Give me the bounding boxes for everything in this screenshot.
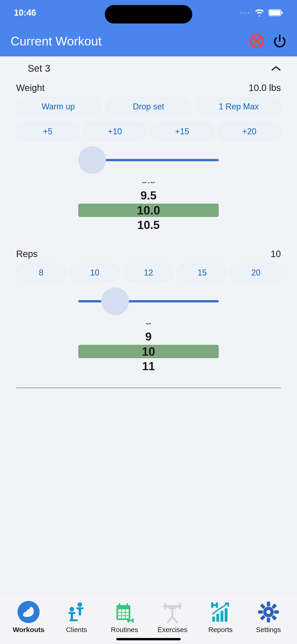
svg-rect-49 xyxy=(260,615,266,620)
svg-point-12 xyxy=(70,607,74,612)
clients-icon xyxy=(65,600,88,624)
svg-rect-2 xyxy=(282,12,283,14)
tab-workouts[interactable]: Workouts xyxy=(4,600,52,632)
plus15-pill[interactable]: +15 xyxy=(150,122,214,140)
picker-item[interactable]: 10.5 xyxy=(78,219,219,231)
reps-value: 10 xyxy=(271,249,281,259)
content: Set 3 Weight 10.0 lbs Warm up Drop set 1… xyxy=(0,56,297,388)
picker-item[interactable]: 9.5 xyxy=(78,189,219,202)
battery-icon xyxy=(268,9,283,16)
warmup-pill[interactable]: Warm up xyxy=(16,98,100,116)
weight-value: 10.0 lbs xyxy=(249,83,281,93)
set-title: Set 3 xyxy=(28,63,50,74)
settings-icon xyxy=(257,600,280,624)
slider-track xyxy=(78,300,219,302)
onerepmax-pill[interactable]: 1 Rep Max xyxy=(196,98,281,116)
tab-label: Reports xyxy=(208,626,232,634)
status-dots: ●●●● xyxy=(240,11,250,14)
reps-15-pill[interactable]: 15 xyxy=(177,264,227,282)
svg-rect-46 xyxy=(258,610,263,614)
cancel-icon[interactable] xyxy=(250,34,264,48)
svg-rect-47 xyxy=(274,610,279,614)
wifi-icon xyxy=(255,9,264,16)
status-time: 10:46 xyxy=(14,8,36,18)
reps-slider[interactable] xyxy=(9,288,288,318)
status-bar: 10:46 ●●●● xyxy=(0,0,297,25)
weight-type-pills: Warm up Drop set 1 Rep Max xyxy=(9,98,288,122)
svg-line-32 xyxy=(168,616,172,622)
svg-rect-40 xyxy=(211,602,214,608)
slider-thumb[interactable] xyxy=(101,288,129,315)
svg-rect-19 xyxy=(127,603,128,606)
svg-point-9 xyxy=(78,602,82,607)
plus10-pill[interactable]: +10 xyxy=(83,122,146,140)
tab-label: Exercises xyxy=(158,626,188,634)
picker-item-selected[interactable]: 10 xyxy=(78,345,219,358)
page-title: Current Workout xyxy=(10,34,102,48)
slider-thumb[interactable] xyxy=(78,146,106,174)
picker-item[interactable]: 8 xyxy=(78,323,219,326)
svg-rect-24 xyxy=(127,618,129,622)
plus5-pill[interactable]: +5 xyxy=(16,122,79,140)
divider xyxy=(16,388,281,388)
picker-item[interactable]: 9 xyxy=(78,330,219,343)
picker-item[interactable]: 11.0 xyxy=(78,236,219,237)
header: Current Workout xyxy=(0,25,297,56)
svg-rect-45 xyxy=(267,618,270,622)
tab-label: Clients xyxy=(66,626,87,634)
tab-reports[interactable]: Reports xyxy=(196,600,244,632)
reps-12-pill[interactable]: 12 xyxy=(124,264,173,282)
power-icon[interactable] xyxy=(273,34,286,48)
plus20-pill[interactable]: +20 xyxy=(218,122,281,140)
tab-label: Settings xyxy=(256,626,281,634)
svg-rect-18 xyxy=(119,603,120,606)
reps-header-row: Reps 10 xyxy=(9,246,288,264)
picker-item[interactable]: 9.0 xyxy=(78,182,219,185)
svg-rect-1 xyxy=(269,10,280,15)
svg-rect-36 xyxy=(212,616,215,622)
reps-20-pill[interactable]: 20 xyxy=(231,264,281,282)
svg-rect-25 xyxy=(132,618,134,622)
svg-line-33 xyxy=(172,616,177,622)
svg-rect-17 xyxy=(118,609,129,618)
reps-8-pill[interactable]: 8 xyxy=(16,264,66,282)
notch xyxy=(105,5,192,24)
svg-rect-11 xyxy=(79,608,81,616)
set-header[interactable]: Set 3 xyxy=(9,56,288,80)
tab-label: Workouts xyxy=(13,626,44,634)
svg-rect-44 xyxy=(267,602,270,606)
svg-rect-41 xyxy=(216,602,218,608)
weight-slider[interactable] xyxy=(9,148,288,177)
tab-clients[interactable]: Clients xyxy=(52,600,100,632)
svg-rect-42 xyxy=(214,604,216,606)
svg-rect-37 xyxy=(216,614,219,622)
reps-pills: 8 10 12 15 20 xyxy=(9,264,288,288)
svg-rect-15 xyxy=(70,619,78,621)
dropset-pill[interactable]: Drop set xyxy=(106,98,191,116)
home-indicator xyxy=(116,638,181,640)
svg-rect-51 xyxy=(272,615,277,620)
tab-label: Routines xyxy=(111,626,138,634)
weight-label: Weight xyxy=(16,83,45,93)
workouts-icon xyxy=(17,600,40,624)
header-actions xyxy=(250,34,286,48)
picker-item[interactable]: 12 xyxy=(78,377,219,378)
reps-label: Reps xyxy=(16,249,38,259)
reps-10-pill[interactable]: 10 xyxy=(70,264,120,282)
tab-settings[interactable]: Settings xyxy=(244,600,292,632)
status-indicators: ●●●● xyxy=(240,9,283,16)
chevron-up-icon xyxy=(271,66,281,72)
tab-exercises[interactable]: Exercises xyxy=(148,600,196,632)
picker-item[interactable]: 11 xyxy=(78,360,219,372)
weight-picker[interactable]: 9.0 9.5 10.0 10.5 11.0 xyxy=(9,182,288,237)
exercises-icon xyxy=(161,600,184,624)
svg-rect-39 xyxy=(225,608,228,622)
weight-header-row: Weight 10.0 lbs xyxy=(9,80,288,98)
weight-increment-pills: +5 +10 +15 +20 xyxy=(9,122,288,148)
svg-rect-50 xyxy=(260,604,266,609)
reports-icon xyxy=(209,600,232,624)
tab-routines[interactable]: Routines xyxy=(100,600,148,632)
picker-item-selected[interactable]: 10.0 xyxy=(78,204,219,217)
svg-rect-38 xyxy=(220,611,223,622)
reps-picker[interactable]: 8 9 10 11 12 xyxy=(9,323,288,378)
